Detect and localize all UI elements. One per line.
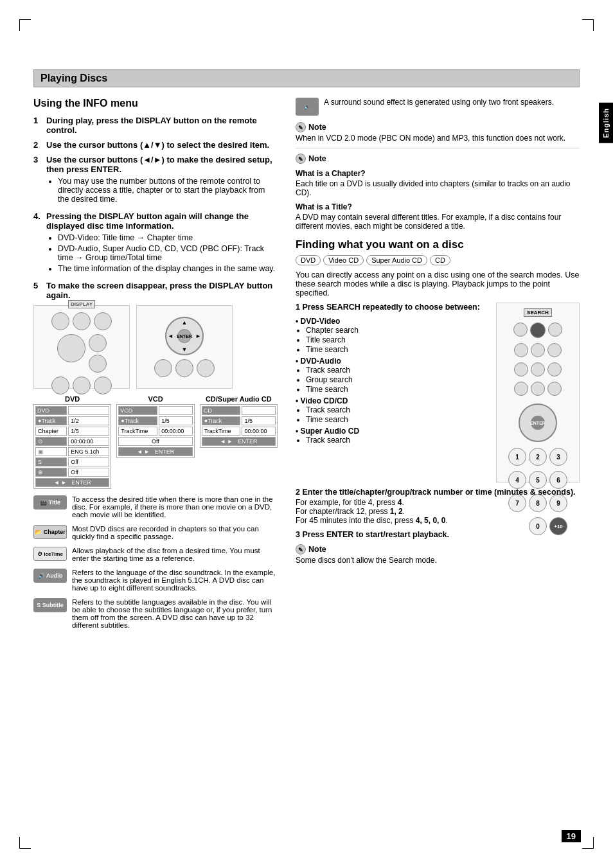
two-column-layout: Using the INFO menu 1 During play, press… bbox=[33, 98, 580, 635]
btn-row2-1 bbox=[51, 376, 69, 394]
corner-mark-bl bbox=[19, 837, 31, 849]
num-9[interactable]: 9 bbox=[549, 494, 567, 512]
icetime-desc: Allows playback of the disc from a desir… bbox=[72, 547, 278, 562]
vcd-label: VCD bbox=[116, 395, 194, 403]
surround-text: A surround sound effect is generated usi… bbox=[324, 98, 554, 107]
nav-circle: ▲ ▼ ◄ ► ENTER bbox=[165, 317, 204, 355]
mid-btn-1 bbox=[514, 343, 528, 357]
num-3[interactable]: 3 bbox=[549, 448, 567, 466]
finding-note-icon: ✎ bbox=[296, 544, 306, 554]
search-area: 1 Press SEARCH repeatedly to choose betw… bbox=[296, 303, 580, 483]
vcd-table: VCD ●Track1/5 TrackTime00:00:00 Off ◄ ► … bbox=[116, 404, 194, 458]
tag-super-audio-cd: Super Audio CD bbox=[366, 255, 427, 265]
tag-cd: CD bbox=[430, 255, 450, 265]
mid-btn-2 bbox=[531, 343, 545, 357]
what-chapter-text: Each title on a DVD is usually divided i… bbox=[296, 179, 580, 197]
numpad-nav-circle: ENTER bbox=[519, 403, 557, 442]
step-5-text: To make the screen disappear, press the … bbox=[46, 281, 278, 300]
cat-video-cd: • Video CD/CD bbox=[296, 396, 490, 405]
dvd-audio-time: Time search bbox=[306, 385, 490, 394]
section-title-info-menu: Using the INFO menu bbox=[33, 98, 278, 109]
step-3-text: Use the cursor buttons (◄/►) to make the… bbox=[46, 155, 278, 206]
page-number: 19 bbox=[562, 830, 581, 842]
mid2-btn-3 bbox=[547, 362, 562, 376]
nav-btn-3 bbox=[197, 359, 215, 377]
note1-icon: ✎ bbox=[296, 122, 306, 132]
step-4-num: 4. bbox=[33, 211, 42, 276]
cat-dvd-audio: • DVD-Audio bbox=[296, 357, 490, 366]
num-4[interactable]: 4 bbox=[508, 471, 526, 489]
num-6[interactable]: 6 bbox=[549, 471, 567, 489]
tag-video-cd: Video CD bbox=[323, 255, 364, 265]
left-column: Using the INFO menu 1 During play, press… bbox=[33, 98, 278, 635]
btn-circle-2 bbox=[73, 312, 91, 330]
remote-sketch-area: DISPLAY bbox=[33, 305, 278, 389]
num-0[interactable]: 0 bbox=[529, 517, 547, 535]
main-content: Playing Discs Using the INFO menu 1 Duri… bbox=[33, 69, 580, 829]
what-chapter-title: What is a Chapter? bbox=[296, 169, 580, 178]
icetime-icon-badge: ⏱ IceTime bbox=[33, 547, 67, 561]
step-5: 5 To make the screen disappear, press th… bbox=[33, 281, 278, 300]
icon-chapter: 📂 Chapter Most DVD discs are recorded in… bbox=[33, 525, 278, 540]
disc-type-tags: DVD Video CD Super Audio CD CD bbox=[296, 255, 580, 265]
cat-dvd-video: • DVD-Video bbox=[296, 317, 490, 326]
english-tab: English bbox=[599, 103, 613, 143]
dvd-tables: DVD DVD ●Track1/2 Chapter1/5 ⊙00:00:00 ▣… bbox=[33, 395, 278, 489]
numpad-enter: ENTER bbox=[531, 416, 545, 430]
what-title-text: A DVD may contain several different titl… bbox=[296, 213, 580, 231]
chapter-desc: Most DVD discs are recorded in chapters … bbox=[72, 525, 278, 540]
corner-mark-br bbox=[582, 837, 594, 849]
audio-desc: Refers to the language of the disc sound… bbox=[72, 569, 278, 592]
dvd-audio-group: Group search bbox=[306, 375, 490, 384]
finding-intro: You can directly access any point on a d… bbox=[296, 270, 580, 297]
surround-sound-area: 🔈 A surround sound effect is generated u… bbox=[296, 98, 580, 116]
icon-icetime: ⏱ IceTime Allows playback of the disc fr… bbox=[33, 547, 278, 562]
num-2[interactable]: 2 bbox=[529, 448, 547, 466]
finding-note-title: Note bbox=[308, 545, 326, 554]
btn-row2-3 bbox=[94, 376, 112, 394]
finding-note: ✎ Note Some discs don't allow the Search… bbox=[296, 544, 580, 565]
top-btn-1 bbox=[513, 323, 528, 337]
search-step-1: 1 Press SEARCH repeatedly to choose betw… bbox=[296, 303, 490, 312]
mid2-btn-2 bbox=[531, 362, 545, 376]
note2-title: Note bbox=[308, 154, 326, 163]
remote-left-image: DISPLAY bbox=[33, 305, 130, 389]
num-5[interactable]: 5 bbox=[529, 471, 547, 489]
step-4-text: Pressing the DISPLAY button again will c… bbox=[46, 211, 278, 276]
search-left: 1 Press SEARCH repeatedly to choose betw… bbox=[296, 303, 490, 483]
mid3-btn-3 bbox=[547, 382, 562, 396]
num-1[interactable]: 1 bbox=[508, 448, 526, 466]
cd-label: CD/Super Audio CD bbox=[200, 395, 278, 403]
note-2: ✎ Note What is a Chapter? Each title on … bbox=[296, 154, 580, 231]
num-10[interactable]: +10 bbox=[549, 517, 567, 535]
step-4: 4. Pressing the DISPLAY button again wil… bbox=[33, 211, 278, 276]
dvd-video-time: Time search bbox=[306, 345, 490, 354]
btn-big bbox=[57, 334, 85, 362]
mid-btn-3 bbox=[547, 343, 562, 357]
vcd-block: VCD VCD ●Track1/5 TrackTime00:00:00 Off … bbox=[116, 395, 194, 458]
surround-icon: 🔈 bbox=[296, 98, 319, 116]
btn-circle-3 bbox=[94, 312, 112, 330]
btn-row2-2 bbox=[73, 376, 91, 394]
btn-s1 bbox=[89, 334, 107, 352]
cd-table: CD ●Track1/5 TrackTime00:00:00 ◄ ► ENTER bbox=[200, 404, 278, 448]
num-8[interactable]: 8 bbox=[529, 494, 547, 512]
num-empty bbox=[508, 517, 526, 535]
search-categories: • DVD-Video Chapter search Title search … bbox=[296, 317, 490, 445]
divider-1 bbox=[296, 148, 580, 148]
dvd-table: DVD ●Track1/2 Chapter1/5 ⊙00:00:00 ▣ENG … bbox=[33, 404, 111, 489]
mid3-btn-2 bbox=[531, 382, 545, 396]
num-7[interactable]: 7 bbox=[508, 494, 526, 512]
top-btn-2 bbox=[548, 323, 562, 337]
page-title: Playing Discs bbox=[33, 69, 580, 87]
right-column: 🔈 A surround sound effect is generated u… bbox=[296, 98, 580, 635]
step-1-num: 1 bbox=[33, 116, 42, 135]
finding-section: Finding what you want on a disc DVD Vide… bbox=[296, 238, 580, 565]
note1-text: When in VCD 2.0 mode (PBC ON mode) and M… bbox=[296, 134, 580, 143]
step-5-num: 5 bbox=[33, 281, 42, 300]
dvd-audio-track: Track search bbox=[306, 366, 490, 375]
numpad-nav: ENTER bbox=[519, 403, 557, 442]
nav-btn-1 bbox=[154, 359, 172, 377]
cat-super-audio: • Super Audio CD bbox=[296, 427, 490, 436]
search-remote-image: SEARCH bbox=[496, 303, 580, 483]
